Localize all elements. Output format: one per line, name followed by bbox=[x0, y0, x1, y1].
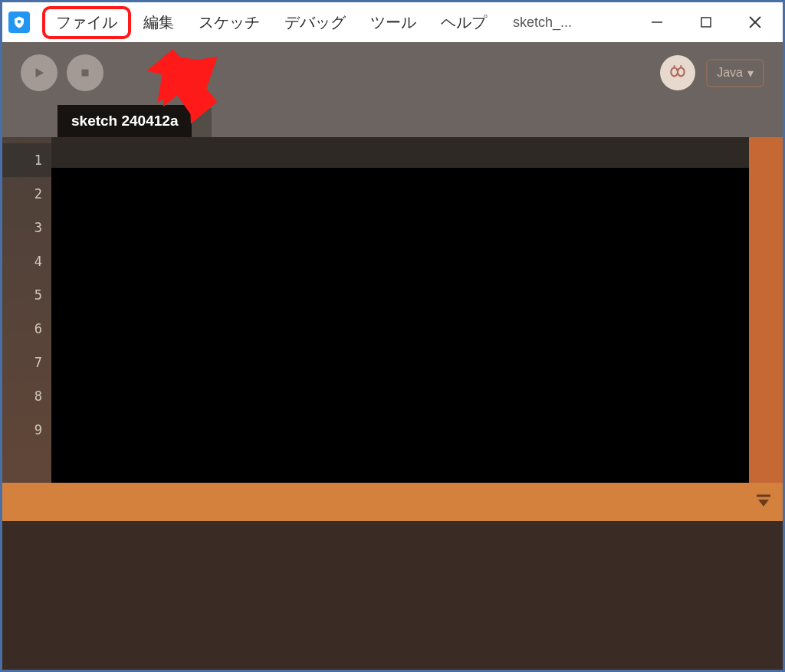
minimize-button[interactable] bbox=[645, 10, 669, 34]
svg-marker-13 bbox=[758, 500, 769, 506]
line-number: 3 bbox=[2, 211, 51, 244]
menu-bar: ファイル 編集 スケッチ デバッグ ツール ヘルプ sketch_... bbox=[2, 2, 783, 42]
menu-sketch[interactable]: スケッチ bbox=[186, 9, 272, 36]
tab-bar: sketch 240412a bbox=[2, 103, 783, 137]
line-number: 1 bbox=[2, 143, 51, 177]
svg-rect-9 bbox=[82, 70, 89, 77]
stop-button[interactable] bbox=[67, 54, 103, 91]
chevron-down-icon: ▾ bbox=[747, 66, 754, 80]
line-gutter: 1 2 3 4 5 6 7 8 9 bbox=[2, 137, 51, 483]
tab-active[interactable]: sketch 240412a bbox=[57, 105, 192, 137]
line-number: 4 bbox=[2, 244, 51, 278]
editor-margin bbox=[749, 137, 783, 483]
mode-label: Java bbox=[717, 66, 743, 80]
svg-point-0 bbox=[18, 20, 21, 24]
maximize-button[interactable] bbox=[694, 10, 718, 34]
current-line-highlight bbox=[51, 137, 749, 168]
menu-tools[interactable]: ツール bbox=[358, 9, 429, 36]
code-textarea[interactable] bbox=[51, 137, 749, 483]
line-number: 6 bbox=[2, 312, 51, 346]
line-number: 2 bbox=[2, 177, 51, 211]
tab-dropdown[interactable] bbox=[192, 108, 212, 137]
menu-edit[interactable]: 編集 bbox=[131, 9, 186, 36]
console-toggle-icon[interactable] bbox=[755, 493, 772, 512]
svg-rect-2 bbox=[701, 18, 711, 27]
debug-button[interactable] bbox=[660, 55, 695, 90]
menu-help[interactable]: ヘルプ bbox=[429, 9, 499, 36]
close-button[interactable] bbox=[743, 10, 767, 34]
console-panel[interactable] bbox=[2, 521, 783, 672]
menu-file[interactable]: ファイル bbox=[42, 6, 131, 39]
toolbar: Java ▾ bbox=[2, 42, 783, 103]
svg-marker-8 bbox=[36, 68, 44, 77]
message-bar bbox=[2, 483, 783, 521]
menu-debug[interactable]: デバッグ bbox=[272, 9, 358, 36]
mode-selector[interactable]: Java ▾ bbox=[706, 59, 764, 87]
line-number: 7 bbox=[2, 346, 51, 379]
app-icon bbox=[8, 11, 30, 33]
editor: 1 2 3 4 5 6 7 8 9 bbox=[2, 137, 783, 483]
run-button[interactable] bbox=[21, 54, 57, 91]
line-number: 9 bbox=[2, 413, 51, 447]
line-number: 8 bbox=[2, 379, 51, 413]
window-controls bbox=[645, 10, 767, 34]
line-number: 5 bbox=[2, 278, 51, 312]
window-title: sketch_... bbox=[513, 15, 645, 31]
